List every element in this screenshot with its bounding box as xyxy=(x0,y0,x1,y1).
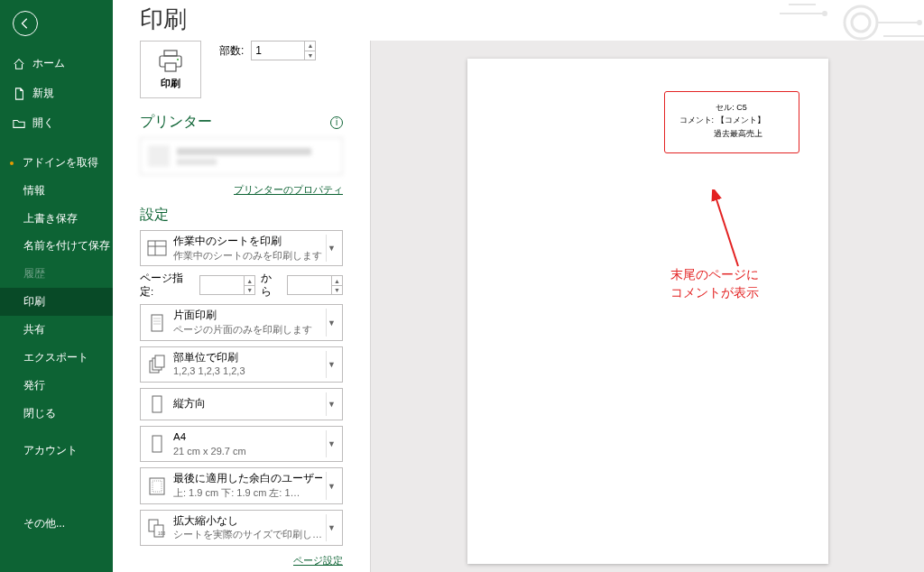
page-setup-link[interactable]: ページ設定 xyxy=(293,555,343,566)
comment-output-box: セル: C5 コメント: 【コメント】 過去最高売上 xyxy=(664,91,799,153)
svg-rect-13 xyxy=(152,396,162,412)
sidebar-item-new[interactable]: 新規 xyxy=(0,78,113,108)
chevron-down-icon: ▼ xyxy=(326,430,337,457)
svg-point-7 xyxy=(177,59,179,60)
new-indicator-icon xyxy=(10,161,14,165)
new-file-icon xyxy=(13,88,25,100)
sidebar-label: 新規 xyxy=(32,86,54,101)
copies-stepper[interactable]: ▲▼ xyxy=(305,41,316,60)
comment-cell-ref: セル: C5 xyxy=(679,101,784,114)
chevron-down-icon: ▼ xyxy=(326,309,337,336)
sidebar-item-print[interactable]: 印刷 xyxy=(0,288,113,316)
setting-title: 縦方向 xyxy=(173,397,322,411)
setting-paper-size[interactable]: A421 cm x 29.7 cm ▼ xyxy=(140,426,343,462)
chevron-down-icon: ▼ xyxy=(326,392,337,416)
sidebar-label: 閉じる xyxy=(23,407,56,420)
folder-open-icon xyxy=(13,117,25,130)
setting-orientation[interactable]: 縦方向 ▼ xyxy=(140,388,343,420)
page-range-label: ページ指定: xyxy=(140,272,194,299)
step-down-icon[interactable]: ▼ xyxy=(305,51,315,60)
page-from-input[interactable] xyxy=(199,275,245,295)
print-settings-panel: 印刷 部数: ▲▼ プリンター i プリンターのプロパティ 設定 xyxy=(113,41,370,572)
copies-input[interactable] xyxy=(251,41,305,60)
sidebar-item-publish[interactable]: 発行 xyxy=(0,372,113,400)
svg-rect-12 xyxy=(155,355,164,367)
margins-icon xyxy=(146,475,168,498)
setting-sub: ページの片面のみを印刷します xyxy=(173,323,322,337)
printer-status-icon xyxy=(148,145,170,167)
comment-body: 過去最高売上 xyxy=(679,127,784,140)
sidebar-item-history: 履歴 xyxy=(0,260,113,288)
copies-label: 部数: xyxy=(219,43,244,59)
svg-rect-16 xyxy=(152,481,162,492)
setting-scaling[interactable]: 100 拡大縮小なしシートを実際のサイズで印刷します ▼ xyxy=(140,510,343,546)
setting-sub: 21 cm x 29.7 cm xyxy=(173,445,322,458)
page-to-input[interactable] xyxy=(287,275,332,295)
page-title: 印刷 xyxy=(113,0,924,41)
setting-margins[interactable]: 最後に適用した余白のユーザー設定上: 1.9 cm 下: 1.9 cm 左: 1… xyxy=(140,467,343,503)
svg-rect-9 xyxy=(152,315,162,331)
main-area: 印刷 印刷 部数: ▲▼ xyxy=(113,0,924,572)
comment-label: コメント: 【コメント】 xyxy=(679,114,784,126)
svg-rect-8 xyxy=(148,241,166,255)
sidebar-item-export[interactable]: エクスポート xyxy=(0,344,113,372)
preview-page: セル: C5 コメント: 【コメント】 過去最高売上 末尾のページに コメントが… xyxy=(467,59,828,564)
setting-sub: 作業中のシートのみを印刷します xyxy=(173,249,322,263)
printer-properties-link[interactable]: プリンターのプロパティ xyxy=(234,184,343,195)
step-up-icon[interactable]: ▲ xyxy=(305,42,315,51)
sidebar-label: 名前を付けて保存 xyxy=(23,239,110,252)
annotation-text: 末尾のページに コメントが表示 xyxy=(670,266,759,301)
sidebar-item-saveas[interactable]: 名前を付けて保存 xyxy=(0,233,113,260)
sidebar-label: 発行 xyxy=(23,379,45,392)
sidebar-item-info[interactable]: 情報 xyxy=(0,177,113,205)
collate-icon xyxy=(146,353,168,376)
setting-title: 部単位で印刷 xyxy=(173,351,322,365)
paper-icon xyxy=(146,432,168,456)
sidebar-label: 開く xyxy=(32,115,54,131)
annotation-line2: コメントが表示 xyxy=(670,284,759,302)
sidebar-item-addins[interactable]: アドインを取得 xyxy=(0,149,113,177)
sidebar-label: エクスポート xyxy=(23,351,88,364)
page-to-stepper[interactable]: ▲▼ xyxy=(332,275,343,295)
printer-dropdown[interactable] xyxy=(140,137,343,175)
arrow-left-icon xyxy=(19,17,32,30)
svg-rect-6 xyxy=(165,63,176,71)
setting-sub: 1,2,3 1,2,3 1,2,3 xyxy=(173,364,322,378)
settings-section-header: 設定 xyxy=(140,206,169,225)
sidebar-label: 印刷 xyxy=(23,295,45,308)
sidebar-label: 情報 xyxy=(23,184,45,197)
setting-sub: 上: 1.9 cm 下: 1.9 cm 左: 1… xyxy=(173,486,322,500)
svg-line-20 xyxy=(716,197,738,266)
scaling-icon: 100 xyxy=(146,516,168,540)
page-from-stepper[interactable]: ▲▼ xyxy=(245,275,255,295)
home-icon xyxy=(13,58,25,70)
setting-collate[interactable]: 部単位で印刷1,2,3 1,2,3 1,2,3 ▼ xyxy=(140,346,343,383)
setting-title: 片面印刷 xyxy=(173,309,322,323)
page-range-to-label: から xyxy=(261,272,282,299)
svg-text:100: 100 xyxy=(158,530,166,536)
setting-simplex[interactable]: 片面印刷ページの片面のみを印刷します ▼ xyxy=(140,304,343,340)
sidebar-label: 上書き保存 xyxy=(23,212,78,225)
print-button[interactable]: 印刷 xyxy=(140,41,201,98)
sidebar-item-account[interactable]: アカウント xyxy=(0,437,113,465)
print-button-label: 印刷 xyxy=(161,77,180,90)
printer-icon xyxy=(158,50,183,73)
back-button[interactable] xyxy=(13,11,38,36)
sidebar-item-close[interactable]: 閉じる xyxy=(0,400,113,428)
sidebar-item-share[interactable]: 共有 xyxy=(0,316,113,344)
info-icon[interactable]: i xyxy=(330,116,343,129)
sidebar-label: アカウント xyxy=(23,444,78,457)
sidebar-item-home[interactable]: ホーム xyxy=(0,49,113,78)
svg-rect-14 xyxy=(152,436,162,452)
setting-title: 最後に適用した余白のユーザー設定 xyxy=(173,472,322,486)
sidebar-label: ホーム xyxy=(32,56,65,71)
sidebar-item-save[interactable]: 上書き保存 xyxy=(0,205,113,233)
setting-print-what[interactable]: 作業中のシートを印刷作業中のシートのみを印刷します ▼ xyxy=(140,230,343,266)
setting-title: 作業中のシートを印刷 xyxy=(173,235,322,249)
sidebar-item-open[interactable]: 開く xyxy=(0,108,113,138)
sidebar-label: アドインを取得 xyxy=(23,155,98,171)
backstage-sidebar: ホーム 新規 開く アドインを取得 情報 上書き保存 名前を付けて保存 履歴 印… xyxy=(0,0,113,572)
sidebar-item-other[interactable]: その他... xyxy=(0,510,113,538)
setting-title: A4 xyxy=(173,430,322,445)
sidebar-label: 共有 xyxy=(23,323,45,336)
